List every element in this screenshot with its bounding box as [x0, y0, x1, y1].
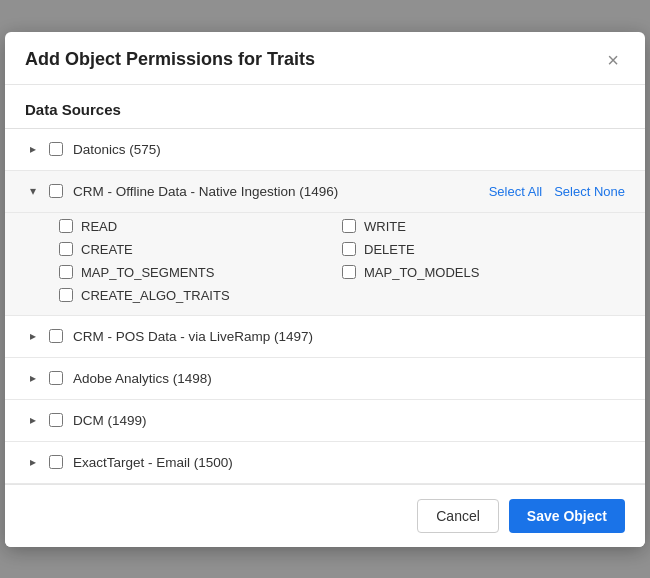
perm-label-create-algo-traits: CREATE_ALGO_TRAITS [81, 288, 230, 303]
modal-dialog: Add Object Permissions for Traits × Data… [5, 32, 645, 547]
perm-item-write: WRITE [342, 219, 625, 234]
ds-row-crm-pos: ▸ CRM - POS Data - via LiveRamp (1497) [5, 316, 645, 358]
ds-label-crm-offline: CRM - Offline Data - Native Ingestion (1… [73, 184, 481, 199]
perm-item-read: READ [59, 219, 342, 234]
perm-item-create-algo-traits: CREATE_ALGO_TRAITS [59, 288, 342, 303]
perm-item-map-to-models: MAP_TO_MODELS [342, 265, 625, 280]
perm-checkbox-read[interactable] [59, 219, 73, 233]
perm-label-map-to-models: MAP_TO_MODELS [364, 265, 479, 280]
perm-label-delete: DELETE [364, 242, 415, 257]
ds-label-datonics: Datonics (575) [73, 142, 625, 157]
data-source-list: ▸ Datonics (575) ▾ CRM - Offline Data - … [5, 128, 645, 484]
expand-icon-exact-target[interactable]: ▸ [25, 454, 41, 470]
ds-label-crm-pos: CRM - POS Data - via LiveRamp (1497) [73, 329, 625, 344]
permissions-grid-crm-offline: READ WRITE CREATE DELETE [5, 213, 645, 316]
ds-row-adobe-analytics: ▸ Adobe Analytics (1498) [5, 358, 645, 400]
modal-body: Data Sources ▸ Datonics (575) ▾ CRM - Of… [5, 85, 645, 484]
ds-label-adobe-analytics: Adobe Analytics (1498) [73, 371, 625, 386]
ds-row-crm-offline: ▾ CRM - Offline Data - Native Ingestion … [5, 171, 645, 213]
expand-icon-dcm[interactable]: ▸ [25, 412, 41, 428]
perm-label-write: WRITE [364, 219, 406, 234]
checkbox-crm-offline[interactable] [49, 184, 63, 198]
ds-row-dcm: ▸ DCM (1499) [5, 400, 645, 442]
checkbox-exact-target[interactable] [49, 455, 63, 469]
perm-label-create: CREATE [81, 242, 133, 257]
perm-item-map-to-segments: MAP_TO_SEGMENTS [59, 265, 342, 280]
ds-row-datonics: ▸ Datonics (575) [5, 129, 645, 171]
perm-checkbox-create-algo-traits[interactable] [59, 288, 73, 302]
perm-label-map-to-segments: MAP_TO_SEGMENTS [81, 265, 214, 280]
perm-checkbox-delete[interactable] [342, 242, 356, 256]
checkbox-dcm[interactable] [49, 413, 63, 427]
perm-item-delete: DELETE [342, 242, 625, 257]
perm-item-create: CREATE [59, 242, 342, 257]
checkbox-datonics[interactable] [49, 142, 63, 156]
ds-label-dcm: DCM (1499) [73, 413, 625, 428]
modal-title: Add Object Permissions for Traits [25, 49, 315, 70]
perm-label-read: READ [81, 219, 117, 234]
save-button[interactable]: Save Object [509, 499, 625, 533]
perm-checkbox-map-to-segments[interactable] [59, 265, 73, 279]
select-all-crm-offline[interactable]: Select All [489, 184, 542, 199]
perm-checkbox-map-to-models[interactable] [342, 265, 356, 279]
section-title: Data Sources [5, 101, 645, 128]
expand-icon-crm-offline[interactable]: ▾ [25, 183, 41, 199]
checkbox-adobe-analytics[interactable] [49, 371, 63, 385]
modal-footer: Cancel Save Object [5, 484, 645, 547]
ds-row-exact-target: ▸ ExactTarget - Email (1500) [5, 442, 645, 484]
select-none-crm-offline[interactable]: Select None [554, 184, 625, 199]
ds-label-exact-target: ExactTarget - Email (1500) [73, 455, 625, 470]
expand-icon-datonics[interactable]: ▸ [25, 141, 41, 157]
cancel-button[interactable]: Cancel [417, 499, 499, 533]
perm-checkbox-write[interactable] [342, 219, 356, 233]
expand-icon-adobe-analytics[interactable]: ▸ [25, 370, 41, 386]
modal-header: Add Object Permissions for Traits × [5, 32, 645, 85]
select-links-crm-offline: Select All Select None [489, 184, 625, 199]
perm-checkbox-create[interactable] [59, 242, 73, 256]
checkbox-crm-pos[interactable] [49, 329, 63, 343]
modal-overlay: Add Object Permissions for Traits × Data… [0, 0, 650, 578]
close-button[interactable]: × [601, 48, 625, 72]
expand-icon-crm-pos[interactable]: ▸ [25, 328, 41, 344]
